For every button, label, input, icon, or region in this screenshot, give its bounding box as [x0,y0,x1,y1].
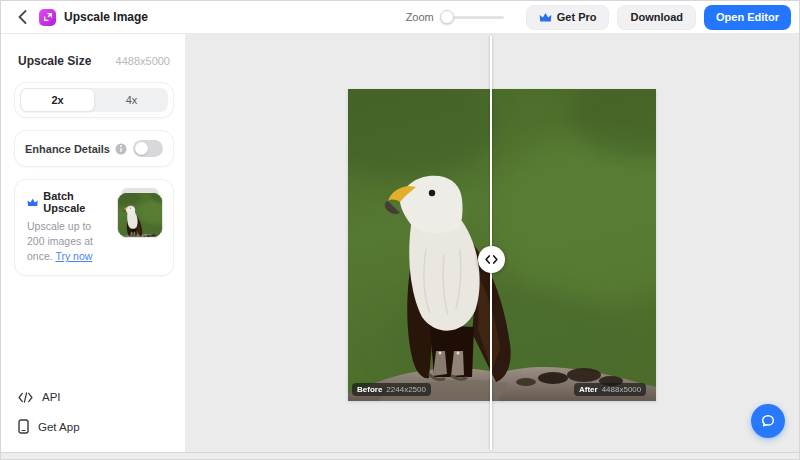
scale-segmented-control: 2x 4x [20,88,168,112]
eagle-photo [348,89,656,401]
scale-selector-card: 2x 4x [14,82,174,118]
compare-slider-handle[interactable] [478,246,505,273]
after-size: 4488x5000 [602,385,642,394]
scale-option-2x[interactable]: 2x [20,88,95,112]
compare-divider-line[interactable] [490,36,492,450]
zoom-label: Zoom [406,11,434,23]
batch-thumbnail [117,192,163,238]
back-button[interactable] [13,8,31,26]
crown-icon [539,12,552,23]
upscale-size-label: Upscale Size [18,54,91,68]
crown-icon [27,197,38,208]
code-icon [18,392,33,403]
chevron-left-icon [18,10,27,24]
download-button[interactable]: Download [617,5,696,30]
zoom-slider[interactable] [442,16,504,19]
after-label: After [579,385,598,394]
zoom-control: Zoom [406,11,504,23]
download-label: Download [630,11,683,23]
window-bottom-edge [1,452,799,459]
enhance-details-toggle[interactable] [133,140,163,157]
before-badge: Before 2244x2500 [352,383,431,396]
comparison-image: Before 2244x2500 After 4488x5000 [348,89,656,401]
toggle-knob [135,142,148,155]
batch-upscale-description: Upscale up to 200 images at once. Try no… [27,219,109,265]
zoom-slider-knob[interactable] [440,10,454,24]
upscale-tool-icon [39,9,56,26]
before-label: Before [357,385,382,394]
batch-thumbnail-stack [117,192,163,238]
sidebar: Upscale Size 4488x5000 2x 4x Enhance Det… [1,34,186,452]
canvas-area: Before 2244x2500 After 4488x5000 [186,34,799,452]
chat-button[interactable] [751,404,785,438]
open-editor-label: Open Editor [716,11,779,23]
enhance-details-card: Enhance Details [14,130,174,167]
upscale-size-value: 4488x5000 [116,55,170,67]
enhance-details-label: Enhance Details [25,143,110,155]
open-editor-button[interactable]: Open Editor [704,5,791,30]
batch-upscale-title-row: Batch Upscale [27,190,109,214]
batch-upscale-card[interactable]: Batch Upscale Upscale up to 200 images a… [14,179,174,276]
before-size: 2244x2500 [386,385,426,394]
sidebar-spacer [14,276,174,383]
get-pro-label: Get Pro [557,11,597,23]
phone-icon [18,419,29,434]
api-label: API [42,391,61,403]
app-window: Upscale Image Zoom Get Pro Download Open… [0,0,800,460]
scale-option-4x[interactable]: 4x [95,88,168,112]
upscale-size-row: Upscale Size 4488x5000 [14,46,174,82]
batch-upscale-title: Batch Upscale [43,190,109,214]
info-icon[interactable] [115,143,127,155]
enhance-details-labelgroup: Enhance Details [25,143,127,155]
get-pro-button[interactable]: Get Pro [526,5,610,30]
sidebar-item-api[interactable]: API [14,383,174,411]
batch-upscale-text: Batch Upscale Upscale up to 200 images a… [27,190,109,265]
try-now-link[interactable]: Try now [55,250,92,262]
page-title: Upscale Image [64,10,148,24]
left-right-arrows-icon [485,255,498,264]
sidebar-item-get-app[interactable]: Get App [14,411,174,442]
chat-bubble-icon [760,413,776,429]
get-app-label: Get App [38,421,80,433]
top-bar: Upscale Image Zoom Get Pro Download Open… [1,1,799,34]
after-badge: After 4488x5000 [574,383,646,396]
